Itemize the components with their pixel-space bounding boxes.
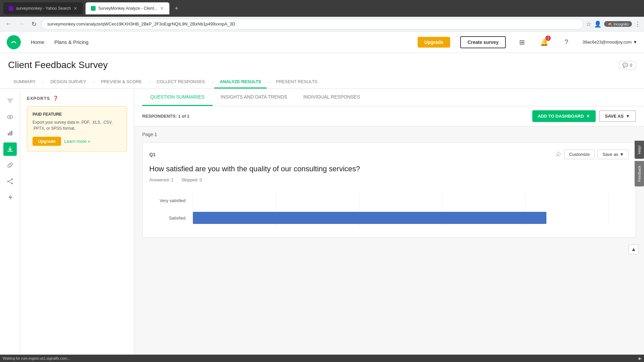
svg-point-7 xyxy=(7,181,9,182)
sidebar-download-icon[interactable] xyxy=(3,142,17,156)
forward-button[interactable]: → xyxy=(16,19,26,29)
question-card: Q1 Customize Save as ▼ How satisfied are… xyxy=(142,142,636,238)
browser-tab-2[interactable]: SurveyMonkey Analyze - Client... ✕ xyxy=(86,2,169,14)
left-panel: EXPORTS ❓ PAID FEATURE Export your surve… xyxy=(20,89,134,361)
tab-favicon-1 xyxy=(9,6,13,11)
sidebar-chart-icon[interactable] xyxy=(3,126,17,140)
chart-label-very-satisfied: Very satisfied xyxy=(149,198,190,203)
svg-rect-5 xyxy=(11,131,12,135)
exports-title: EXPORTS xyxy=(27,96,50,101)
step-collect-responses[interactable]: COLLECT RESPONSES xyxy=(151,76,210,88)
svg-point-2 xyxy=(9,116,11,118)
dropdown-caret-dashboard: ▼ xyxy=(586,114,590,119)
step-analyze-results[interactable]: ANALYZE RESULTS xyxy=(214,76,267,88)
scroll-up-button[interactable]: ▲ xyxy=(629,244,639,254)
svg-point-8 xyxy=(11,183,13,184)
paid-feature-label: PAID FEATURE xyxy=(33,112,121,117)
chart-area: Very satisfied Satisfied xyxy=(149,189,629,231)
browser-chrome: surveymonkey - Yahoo Search ✕ SurveyMonk… xyxy=(0,0,644,17)
chart-row-very-satisfied: Very satisfied xyxy=(193,192,609,208)
step-preview-score[interactable]: PREVIEW & SCORE xyxy=(96,76,147,88)
pin-icon[interactable] xyxy=(555,151,561,158)
exports-header: EXPORTS ❓ xyxy=(27,96,127,101)
sidebar-lightning-icon[interactable] xyxy=(3,191,17,204)
exports-help-icon[interactable]: ❓ xyxy=(53,96,58,101)
tab-close-2[interactable]: ✕ xyxy=(160,6,164,11)
svg-point-0 xyxy=(9,38,18,47)
profile-icon[interactable]: 👤 xyxy=(594,20,601,28)
tab-favicon-2 xyxy=(91,6,96,11)
tab-question-summaries[interactable]: QUESTION SUMMARIES xyxy=(142,89,213,106)
dropdown-arrow: ▼ xyxy=(633,40,637,45)
svg-line-9 xyxy=(556,155,558,156)
learn-more-link[interactable]: Learn more » xyxy=(64,139,90,144)
app-header: Home Plans & Pricing Upgrade Create surv… xyxy=(0,32,644,53)
add-to-dashboard-button[interactable]: ADD TO DASHBOARD ▼ xyxy=(532,110,596,122)
action-buttons: ADD TO DASHBOARD ▼ SAVE AS ▼ xyxy=(532,110,636,122)
paid-feature-box: PAID FEATURE Export your survey data in … xyxy=(27,106,127,152)
respondents-bar: RESPONDENTS: 1 of 1 ADD TO DASHBOARD ▼ S… xyxy=(134,106,644,126)
step-arrow-1: → xyxy=(41,80,45,84)
notification-badge: 1 xyxy=(545,36,551,41)
plans-pricing-nav-link[interactable]: Plans & Pricing xyxy=(54,39,89,45)
status-bar-expand: ▶ xyxy=(639,356,641,361)
step-arrow-3: → xyxy=(147,80,151,84)
svg-rect-3 xyxy=(8,133,9,135)
svg-rect-4 xyxy=(9,132,11,135)
save-as-q-button[interactable]: Save as ▼ xyxy=(597,149,629,159)
status-text: Waiting for rum-ingest.us1.signalfx.com.… xyxy=(3,356,70,360)
step-summary[interactable]: SUMMARY xyxy=(8,76,41,88)
survey-title-row: Client Feedback Survey 💬 0 xyxy=(8,60,636,70)
customize-button[interactable]: Customize xyxy=(564,149,595,159)
right-tabs: Help! Feedback xyxy=(635,141,644,186)
bookmark-icon[interactable]: ☆ xyxy=(586,20,591,28)
incognito-badge: 🕵 Incognito xyxy=(604,21,632,27)
tab-individual-responses[interactable]: INDIVIDUAL RESPONSES xyxy=(295,89,368,106)
notifications-icon[interactable]: 🔔 1 xyxy=(538,36,550,48)
paid-upgrade-button[interactable]: Upgrade xyxy=(33,137,61,146)
status-bar: Waiting for rum-ingest.us1.signalfx.com.… xyxy=(0,355,644,362)
browser-actions: ☆ 👤 🕵 Incognito ⋮ xyxy=(586,20,641,28)
comment-icon: 💬 xyxy=(623,63,628,68)
step-design-survey[interactable]: DESIGN SURVEY xyxy=(45,76,92,88)
sub-tabs: QUESTION SUMMARIES INSIGHTS AND DATA TRE… xyxy=(134,89,644,106)
sidebar-filter-icon[interactable] xyxy=(3,94,17,108)
help-icon[interactable]: ? xyxy=(560,36,572,48)
q-number: Q1 xyxy=(149,152,156,157)
logo[interactable] xyxy=(7,35,21,49)
tab-close-1[interactable]: ✕ xyxy=(73,6,77,11)
page-label: Page 1 xyxy=(142,132,636,137)
sidebar-share-icon[interactable] xyxy=(3,175,17,188)
back-button[interactable]: ← xyxy=(3,19,13,29)
home-nav-link[interactable]: Home xyxy=(31,39,44,45)
q-stats: Answered: 1 Skipped: 0 xyxy=(149,177,629,182)
step-present-results[interactable]: PRESENT RESULTS xyxy=(271,76,323,88)
save-as-button[interactable]: SAVE AS ▼ xyxy=(599,110,636,122)
status-bar-right[interactable]: ▶ xyxy=(639,356,641,361)
chart-label-satisfied: Satisfied xyxy=(149,216,190,221)
sidebar-eye-icon[interactable] xyxy=(3,110,17,124)
tab-title-1: surveymonkey - Yahoo Search xyxy=(16,6,71,11)
address-bar[interactable]: surveymonkey.com/analyze/qWCeo19KXH3HB_2… xyxy=(42,19,583,29)
create-survey-button[interactable]: Create survey xyxy=(460,36,506,48)
step-arrow-4: → xyxy=(210,80,214,84)
menu-icon[interactable]: ⋮ xyxy=(635,20,641,28)
sidebar-link-icon[interactable] xyxy=(3,159,17,172)
q-header: Q1 Customize Save as ▼ xyxy=(149,149,629,159)
user-email[interactable]: 39ac6e23@moodjoy.com ▼ xyxy=(582,40,637,45)
reload-button[interactable]: ↻ xyxy=(29,19,39,29)
comment-badge[interactable]: 💬 0 xyxy=(619,61,636,69)
apps-icon[interactable]: ⊞ xyxy=(516,36,528,48)
dropdown-caret-save: ▼ xyxy=(626,114,630,119)
new-tab-button[interactable]: + xyxy=(172,4,181,13)
tab-insights-data-trends[interactable]: INSIGHTS AND DATA TRENDS xyxy=(213,89,295,106)
browser-tab-1[interactable]: surveymonkey - Yahoo Search ✕ xyxy=(3,2,83,14)
q-actions: Customize Save as ▼ xyxy=(555,149,629,159)
sidebar xyxy=(0,89,20,361)
feedback-tab[interactable]: Feedback xyxy=(635,161,644,186)
skipped-stat: Skipped: 0 xyxy=(181,177,202,182)
upgrade-button[interactable]: Upgrade xyxy=(418,37,450,48)
chart-bar-very-satisfied xyxy=(193,194,609,206)
chart-row-satisfied: Satisfied xyxy=(193,210,609,226)
help-tab[interactable]: Help! xyxy=(635,141,644,159)
